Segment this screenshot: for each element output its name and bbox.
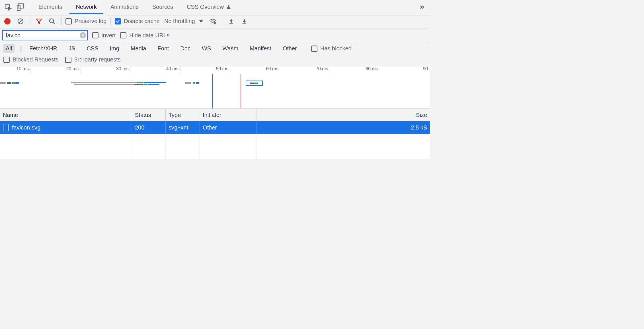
more-tabs-icon[interactable] (416, 1, 428, 13)
svg-point-5 (50, 19, 54, 23)
type-wasm[interactable]: Wasm (220, 44, 241, 53)
checkbox-label: 3rd-party requests (74, 56, 120, 63)
cell-name: favicon.svg (0, 121, 132, 134)
tick: 50 ms (181, 66, 230, 74)
tick: 20 ms (31, 66, 81, 74)
separator (29, 3, 29, 11)
type-media[interactable]: Media (128, 44, 149, 53)
inspect-element-icon[interactable] (2, 1, 14, 13)
domcontentloaded-marker (212, 74, 213, 108)
invert-checkbox[interactable]: Invert (92, 32, 116, 39)
chevron-down-icon (199, 20, 203, 23)
timeline-overview[interactable]: 10 ms 20 ms 30 ms 40 ms 50 ms 60 ms 70 m… (0, 66, 430, 109)
requests-table: Name Status Type Initiator Size favicon.… (0, 109, 430, 159)
type-manifest[interactable]: Manifest (247, 44, 274, 53)
table-row-empty (0, 134, 430, 146)
svg-rect-8 (229, 23, 233, 24)
filter-row: ✕ Invert Hide data URLs (0, 28, 430, 42)
table-row[interactable]: favicon.svg 200 svg+xml Other 2.5 kB (0, 121, 430, 134)
type-filter-row: All Fetch/XHR JS CSS Img Media Font Doc … (0, 42, 430, 55)
upload-har-icon[interactable] (226, 16, 236, 26)
separator (30, 17, 30, 26)
separator (110, 17, 111, 26)
network-conditions-icon[interactable] (208, 16, 218, 26)
type-fetch-xhr[interactable]: Fetch/XHR (26, 44, 60, 53)
download-har-icon[interactable] (239, 16, 249, 26)
blocked-requests-checkbox[interactable]: Blocked Requests (3, 56, 58, 63)
clear-icon[interactable] (15, 16, 26, 26)
device-toolbar-icon[interactable] (15, 1, 26, 13)
checkbox-label: Invert (101, 32, 116, 39)
request-name: favicon.svg (12, 124, 40, 131)
type-other[interactable]: Other (280, 44, 300, 53)
type-img[interactable]: Img (107, 44, 122, 53)
throttling-label: No throttling (164, 18, 195, 24)
checkbox-box (311, 46, 317, 52)
filter-icon[interactable] (34, 16, 44, 26)
checkbox-label: Has blocked (320, 45, 352, 52)
checkbox-box (3, 57, 10, 63)
checkbox-label: Hide data URLs (129, 32, 169, 39)
tick: 10 ms (0, 66, 31, 74)
checkbox-box (65, 18, 72, 24)
flask-icon (226, 4, 231, 10)
third-party-checkbox[interactable]: 3rd-party requests (65, 56, 120, 63)
throttling-select[interactable]: No throttling (163, 18, 205, 24)
devtools-tabbar: Elements Network Animations Sources CSS … (0, 0, 430, 14)
cell-size: 2.5 kB (257, 121, 430, 134)
checkbox-label: Preserve log (75, 18, 106, 24)
col-type[interactable]: Type (166, 109, 200, 121)
tab-elements[interactable]: Elements (32, 0, 68, 14)
type-doc[interactable]: Doc (177, 44, 193, 53)
tick: 70 ms (280, 66, 330, 74)
col-name[interactable]: Name (0, 109, 132, 121)
clear-filter-icon[interactable]: ✕ (80, 32, 86, 38)
table-row-empty (0, 146, 430, 159)
separator (20, 45, 21, 52)
separator (61, 17, 61, 26)
hide-data-urls-checkbox[interactable]: Hide data URLs (120, 32, 169, 39)
type-ws[interactable]: WS (199, 44, 214, 53)
tick: 80 ms (330, 66, 380, 74)
table-header: Name Status Type Initiator Size (0, 109, 430, 121)
tab-sources[interactable]: Sources (146, 0, 179, 14)
col-initiator[interactable]: Initiator (200, 109, 257, 121)
type-css[interactable]: CSS (84, 44, 101, 53)
disable-cache-checkbox[interactable]: Disable cache (115, 18, 160, 24)
timeline-selection[interactable] (246, 81, 263, 86)
svg-line-4 (19, 20, 22, 23)
cell-initiator: Other (200, 121, 257, 134)
checkbox-box (120, 32, 126, 38)
type-js[interactable]: JS (66, 44, 78, 53)
col-size[interactable]: Size (257, 109, 430, 121)
svg-line-6 (53, 22, 55, 24)
search-icon[interactable] (47, 16, 57, 26)
tab-label: CSS Overview (187, 4, 224, 10)
load-marker (241, 74, 241, 108)
filter-row-2: Blocked Requests 3rd-party requests (0, 55, 430, 66)
type-font[interactable]: Font (155, 44, 172, 53)
tab-animations[interactable]: Animations (104, 0, 145, 14)
type-all[interactable]: All (3, 44, 15, 53)
cell-status: 200 (132, 121, 166, 134)
tick: 60 ms (230, 66, 280, 74)
has-blocked-checkbox[interactable]: Has blocked (311, 45, 352, 52)
timeline-ticks: 10 ms 20 ms 30 ms 40 ms 50 ms 60 ms 70 m… (0, 66, 430, 74)
record-button[interactable] (2, 16, 13, 26)
svg-rect-9 (242, 23, 246, 24)
network-toolbar: Preserve log Disable cache No throttling (0, 14, 430, 28)
preserve-log-checkbox[interactable]: Preserve log (65, 18, 106, 24)
checkbox-box (65, 57, 71, 63)
file-icon (3, 124, 9, 131)
tick: 30 ms (81, 66, 130, 74)
checkbox-label: Disable cache (124, 18, 160, 24)
filter-input-wrap: ✕ (2, 30, 88, 40)
tick: 90 (380, 66, 430, 74)
checkbox-label: Blocked Requests (13, 56, 58, 63)
filter-input[interactable] (2, 30, 88, 40)
tab-network[interactable]: Network (69, 0, 103, 14)
col-status[interactable]: Status (132, 109, 166, 121)
checkbox-box (115, 18, 121, 24)
tab-css-overview[interactable]: CSS Overview (181, 0, 237, 14)
cell-type: svg+xml (166, 121, 200, 134)
